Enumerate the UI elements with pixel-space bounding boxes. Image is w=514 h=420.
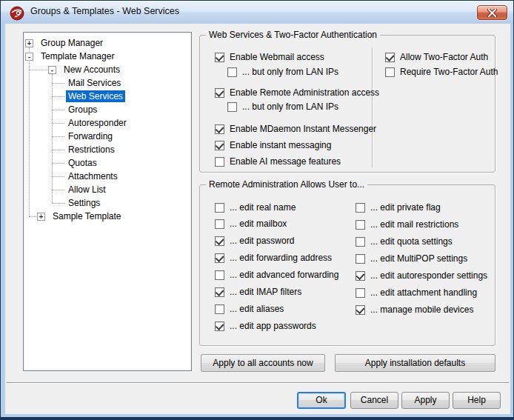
tree-item-group-manager[interactable]: + Group Manager: [25, 36, 105, 50]
checkbox[interactable]: [356, 271, 365, 281]
checkbox[interactable]: [215, 124, 224, 134]
checkbox-row-enable-remote-admin-access[interactable]: Enable Remote Administration access: [215, 86, 379, 99]
checkbox[interactable]: [215, 287, 224, 297]
checkbox-row-edit-autoresponder-settings[interactable]: ... edit autoresponder settings: [356, 269, 487, 282]
checkbox-row-enable-mdaemon-instant-messenger[interactable]: Enable MDaemon Instant Messenger: [215, 122, 376, 136]
checkbox[interactable]: [356, 288, 365, 298]
dialog-content: + Group Manager - Template Manager - New…: [5, 24, 510, 414]
checkbox-row-edit-aliases[interactable]: ... edit aliases: [215, 302, 284, 316]
checkbox[interactable]: [356, 254, 365, 264]
help-button[interactable]: Help: [453, 392, 501, 409]
checkbox-row-edit-advanced-forwarding[interactable]: ... edit advanced forwarding: [215, 268, 338, 281]
checkbox[interactable]: [215, 157, 224, 167]
checkbox[interactable]: [227, 102, 237, 112]
checkbox-row-allow-two-factor-auth[interactable]: Allow Two-Factor Auth: [385, 50, 488, 64]
ok-button[interactable]: Ok: [297, 392, 346, 409]
checkbox-row-edit-mail-restrictions[interactable]: ... edit mail restrictions: [356, 218, 458, 231]
collapse-minus-icon[interactable]: -: [25, 53, 33, 61]
navigation-tree[interactable]: + Group Manager - Template Manager - New…: [23, 32, 192, 371]
checkbox[interactable]: [215, 321, 224, 331]
checkbox-row-webmail-lan-only[interactable]: ... but only from LAN IPs: [227, 65, 338, 79]
tree-item-forwarding[interactable]: Forwarding: [66, 130, 115, 143]
tree-item-sample-template[interactable]: + Sample Template: [37, 210, 124, 223]
checkbox[interactable]: [215, 219, 224, 229]
checkbox[interactable]: [356, 305, 365, 315]
checkbox-row-enable-ai-message-features[interactable]: Enable AI message features: [215, 155, 341, 168]
expand-plus-icon[interactable]: +: [37, 213, 45, 221]
checkbox-row-edit-real-name[interactable]: ... edit real name: [215, 201, 296, 214]
checkbox[interactable]: [227, 67, 237, 77]
checkbox-row-require-two-factor-auth[interactable]: Require Two-Factor Auth: [385, 65, 498, 79]
tree-item-mail-services[interactable]: Mail Services: [66, 76, 123, 90]
checkbox[interactable]: [385, 53, 395, 62]
checkbox[interactable]: [356, 203, 365, 213]
checkbox-row-edit-forwarding-address[interactable]: ... edit forwarding address: [215, 251, 332, 264]
checkbox-row-edit-mailbox[interactable]: ... edit mailbox: [215, 217, 287, 230]
checkbox-row-edit-private-flag[interactable]: ... edit private flag: [356, 201, 441, 214]
close-button[interactable]: [477, 5, 507, 20]
checkbox-row-edit-app-passwords[interactable]: ... edit app passwords: [215, 319, 316, 333]
close-x-icon: [487, 9, 497, 17]
checkbox-row-edit-password[interactable]: ... edit password: [215, 234, 294, 247]
footer-separator: [7, 382, 509, 384]
title-bar[interactable]: Groups & Templates - Web Services: [1, 1, 513, 23]
checkbox[interactable]: [215, 253, 224, 263]
collapse-minus-icon[interactable]: -: [48, 66, 56, 74]
tree-guide-line: [52, 74, 53, 203]
dialog-window: Groups & Templates - Web Services + Grou…: [0, 0, 514, 420]
checkbox[interactable]: [215, 203, 224, 213]
checkbox-row-manage-mobile-devices[interactable]: ... manage mobile devices: [356, 303, 473, 316]
tree-item-new-accounts[interactable]: - New Accounts: [48, 63, 122, 76]
checkbox[interactable]: [215, 236, 224, 246]
checkbox-row-edit-attachment-handling[interactable]: ... edit attachment handling: [356, 286, 477, 299]
tree-item-quotas[interactable]: Quotas: [66, 156, 99, 170]
groupbox-title: Web Services & Two-Factor Authentication: [206, 30, 380, 40]
web-services-groupbox: Web Services & Two-Factor Authentication…: [199, 35, 495, 173]
tree-item-restrictions[interactable]: Restrictions: [66, 143, 117, 156]
tree-item-allow-list[interactable]: Allow List: [66, 183, 108, 196]
checkbox[interactable]: [215, 88, 224, 98]
cancel-button[interactable]: Cancel: [350, 392, 398, 409]
window-title: Groups & Templates - Web Services: [30, 1, 179, 22]
checkbox[interactable]: [215, 270, 224, 280]
checkbox[interactable]: [215, 304, 224, 314]
tree-guide-line: [29, 47, 30, 216]
expand-plus-icon[interactable]: +: [25, 39, 33, 47]
mdaemon-app-icon: [10, 6, 24, 21]
checkbox[interactable]: [356, 237, 365, 247]
checkbox[interactable]: [356, 220, 365, 230]
apply-button[interactable]: Apply: [401, 392, 450, 409]
apply-installation-defaults-button[interactable]: Apply installation defaults: [335, 354, 495, 372]
tree-item-settings[interactable]: Settings: [66, 196, 102, 210]
checkbox-row-remote-admin-lan-only[interactable]: ... but only from LAN IPs: [227, 100, 338, 113]
tree-item-attachments[interactable]: Attachments: [66, 170, 120, 183]
tree-item-template-manager[interactable]: - Template Manager: [25, 50, 116, 63]
tree-item-autoresponder[interactable]: Autoresponder: [66, 116, 129, 130]
checkbox-row-enable-webmail-access[interactable]: Enable Webmail access: [215, 50, 324, 64]
checkbox-row-edit-imap-filters[interactable]: ... edit IMAP filters: [215, 285, 301, 299]
checkbox-row-edit-quota-settings[interactable]: ... edit quota settings: [356, 235, 453, 248]
checkbox[interactable]: [215, 53, 224, 62]
checkbox-row-edit-multipop-settings[interactable]: ... edit MultiPOP settings: [356, 252, 467, 265]
checkbox[interactable]: [385, 67, 395, 77]
remote-admin-groupbox: Remote Administration Allows User to... …: [199, 184, 495, 346]
apply-to-all-accounts-button[interactable]: Apply to all accounts now: [201, 354, 325, 372]
column-divider: [372, 47, 373, 167]
groupbox-title: Remote Administration Allows User to...: [206, 179, 367, 190]
checkbox[interactable]: [215, 141, 224, 150]
tree-item-web-services[interactable]: Web Services: [66, 90, 125, 103]
tree-item-groups[interactable]: Groups: [66, 103, 99, 116]
checkbox-row-enable-instant-messaging[interactable]: Enable instant messaging: [215, 139, 331, 152]
